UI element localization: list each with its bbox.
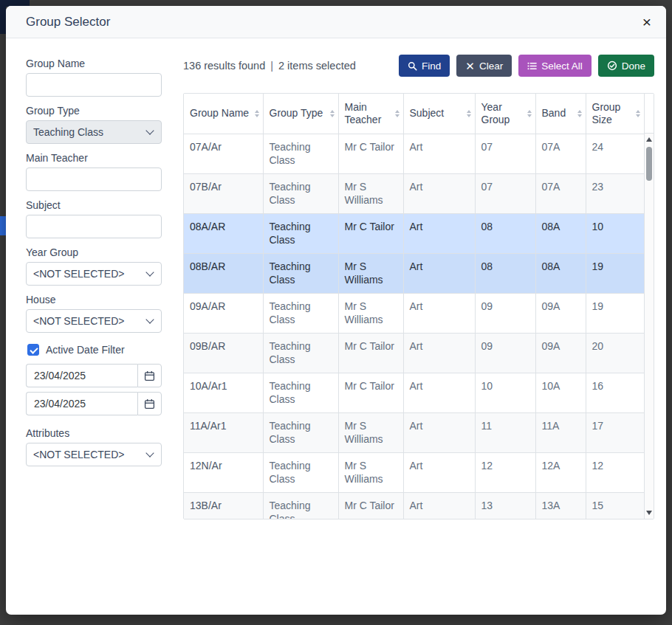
cell-group-type: Teaching Class	[263, 134, 338, 173]
background-page-left-edge	[0, 0, 6, 34]
active-date-filter-label: Active Date Filter	[46, 344, 125, 356]
table-row[interactable]: 10A/Ar1Teaching ClassMr C TailorArt1010A…	[184, 373, 644, 412]
group-type-label: Group Type	[26, 105, 162, 117]
cell-group-type: Teaching Class	[263, 213, 338, 253]
year-group-select-wrap: <NOT SELECTED>	[26, 262, 162, 286]
done-button-label: Done	[622, 61, 645, 72]
cell-main-teacher: Mr C Tailor	[338, 134, 403, 173]
table-row[interactable]: 11A/Ar1Teaching ClassMr S WilliamsArt111…	[184, 412, 644, 452]
scrollbar-track[interactable]	[645, 134, 654, 519]
cell-group-size: 19	[586, 293, 644, 333]
column-header-group-name[interactable]: Group Name	[184, 94, 263, 134]
cell-subject: Art	[403, 452, 475, 492]
cell-group-name: 13B/Ar	[184, 492, 263, 519]
modal-title: Group Selector	[26, 15, 642, 30]
find-button[interactable]: Find	[399, 55, 450, 77]
clear-button-label: Clear	[479, 61, 503, 72]
date-to-input[interactable]	[26, 392, 137, 415]
check-circle-icon	[607, 61, 617, 71]
cell-group-type: Teaching Class	[263, 253, 338, 293]
table-row[interactable]: 07B/ArTeaching ClassMr S WilliamsArt0707…	[184, 173, 644, 213]
group-name-label: Group Name	[26, 58, 162, 69]
cell-group-size: 12	[586, 452, 644, 492]
subject-field: Subject	[26, 199, 162, 238]
cell-main-teacher: Mr C Tailor	[338, 492, 403, 519]
results-separator: |	[270, 60, 273, 72]
group-table-body: 07A/ArTeaching ClassMr C TailorArt0707A2…	[184, 134, 644, 519]
cell-group-type: Teaching Class	[263, 373, 338, 412]
house-select[interactable]: <NOT SELECTED>	[26, 309, 162, 333]
column-header-label: Group Size	[592, 101, 621, 125]
subject-input[interactable]	[26, 215, 162, 238]
column-header-band[interactable]: Band	[535, 94, 586, 134]
table-row[interactable]: 07A/ArTeaching ClassMr C TailorArt0707A2…	[184, 134, 644, 173]
group-type-select[interactable]: Teaching Class	[26, 120, 162, 144]
results-bar: 136 results found|2 items selected Find …	[183, 55, 654, 77]
sort-arrows-icon	[577, 110, 582, 117]
cell-group-name: 08A/AR	[184, 213, 263, 253]
cell-group-size: 19	[586, 253, 644, 293]
cell-year-group: 08	[475, 253, 535, 293]
cell-group-name: 09A/AR	[184, 293, 263, 333]
cell-year-group: 08	[475, 213, 535, 253]
cell-group-size: 16	[586, 373, 644, 412]
cell-main-teacher: Mr C Tailor	[338, 333, 403, 373]
close-icon[interactable]: ×	[642, 14, 651, 30]
find-button-label: Find	[422, 61, 441, 72]
cell-year-group: 12	[475, 452, 535, 492]
cell-main-teacher: Mr C Tailor	[338, 373, 403, 412]
column-header-label: Group Name	[190, 107, 249, 119]
table-row[interactable]: 13B/ArTeaching ClassMr C TailorArt1313A1…	[184, 492, 644, 519]
x-icon: ✕	[465, 61, 475, 72]
done-button[interactable]: Done	[598, 55, 654, 77]
table-row[interactable]: 12N/ArTeaching ClassMr S WilliamsArt1212…	[184, 452, 644, 492]
year-group-label: Year Group	[26, 246, 162, 258]
table-scrollbar[interactable]	[644, 94, 654, 519]
search-icon	[408, 61, 417, 71]
cell-group-type: Teaching Class	[263, 452, 338, 492]
date-to-calendar-button[interactable]	[137, 392, 162, 415]
cell-band: 08A	[535, 253, 586, 293]
sort-arrows-icon	[527, 110, 532, 117]
cell-group-size: 20	[586, 333, 644, 373]
group-name-input[interactable]	[26, 73, 162, 97]
group-results-table-container: Group NameGroup TypeMain TeacherSubjectY…	[183, 93, 654, 519]
cell-group-name: 07B/Ar	[184, 173, 263, 213]
table-row[interactable]: 09B/ARTeaching ClassMr C TailorArt0909A2…	[184, 333, 644, 373]
column-header-group-size[interactable]: Group Size	[586, 94, 644, 134]
cell-band: 07A	[535, 173, 586, 213]
calendar-icon	[144, 398, 155, 410]
cell-group-name: 10A/Ar1	[184, 373, 263, 412]
cell-subject: Art	[403, 213, 475, 253]
column-header-subject[interactable]: Subject	[403, 94, 475, 134]
cell-main-teacher: Mr S Williams	[338, 293, 403, 333]
cell-group-type: Teaching Class	[263, 333, 338, 373]
main-teacher-input[interactable]	[26, 168, 162, 191]
table-row[interactable]: 08A/ARTeaching ClassMr C TailorArt0808A1…	[184, 213, 644, 253]
date-from-input[interactable]	[26, 364, 137, 387]
select-all-button[interactable]: Select All	[518, 55, 592, 77]
cell-group-name: 08B/AR	[184, 253, 263, 293]
clear-button[interactable]: ✕ Clear	[456, 55, 512, 77]
cell-group-size: 17	[586, 412, 644, 452]
year-group-select[interactable]: <NOT SELECTED>	[26, 262, 162, 286]
column-header-group-type[interactable]: Group Type	[263, 94, 338, 134]
scroll-down-button[interactable]	[646, 511, 652, 515]
subject-label: Subject	[26, 199, 162, 211]
cell-subject: Art	[403, 373, 475, 412]
column-header-year-group[interactable]: Year Group	[475, 94, 535, 134]
cell-subject: Art	[403, 253, 475, 293]
sort-arrows-icon	[636, 110, 640, 117]
column-header-main-teacher[interactable]: Main Teacher	[338, 94, 403, 134]
group-table-header-row: Group NameGroup TypeMain TeacherSubjectY…	[184, 94, 644, 134]
date-from-calendar-button[interactable]	[137, 364, 162, 387]
cell-main-teacher: Mr C Tailor	[338, 213, 403, 253]
scroll-up-button[interactable]	[646, 137, 652, 142]
scrollbar-thumb[interactable]	[646, 147, 652, 181]
cell-subject: Art	[403, 134, 475, 173]
active-date-filter-checkbox[interactable]	[27, 344, 39, 356]
table-row[interactable]: 08B/ARTeaching ClassMr S WilliamsArt0808…	[184, 253, 644, 293]
attributes-select[interactable]: <NOT SELECTED>	[26, 443, 162, 466]
house-field: House <NOT SELECTED>	[26, 294, 162, 333]
table-row[interactable]: 09A/ARTeaching ClassMr S WilliamsArt0909…	[184, 293, 644, 333]
